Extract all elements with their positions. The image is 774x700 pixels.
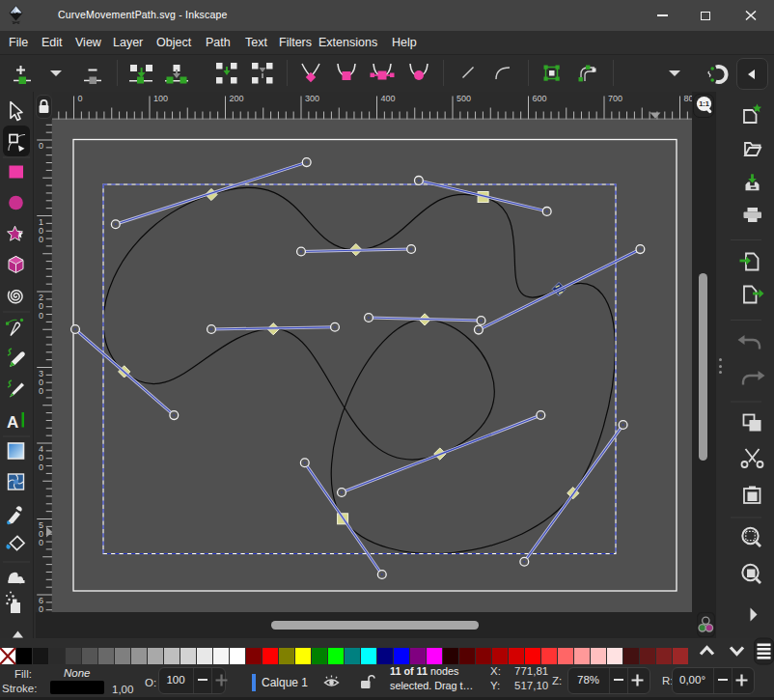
svg-text:1:1: 1:1 <box>699 99 709 108</box>
svg-text:A: A <box>7 413 18 432</box>
